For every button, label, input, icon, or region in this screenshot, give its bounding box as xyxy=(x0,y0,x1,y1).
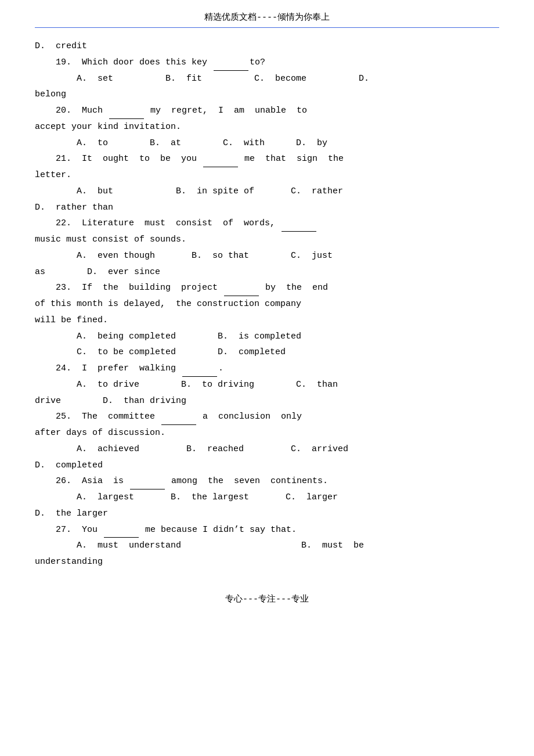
page-footer: 专心---专注---专业 xyxy=(35,593,499,604)
option-27-cont: understanding xyxy=(35,554,499,570)
question-24: 24. I prefer walking . xyxy=(35,361,499,377)
page-header: 精选优质文档----倾情为你奉上 xyxy=(35,12,499,28)
option-25-cont: after days of discussion. xyxy=(35,425,499,441)
options-21: A. but B. in spite of C. rather xyxy=(35,183,499,200)
options-23-ab: A. being completed B. is completed xyxy=(35,329,499,345)
option-24-d: drive D. than driving xyxy=(35,393,499,409)
option-20-cont: accept your kind invitation. xyxy=(35,119,499,135)
option-22-d: as D. ever since xyxy=(35,264,499,280)
question-27: 27. You me because I didn’t say that. xyxy=(35,522,499,538)
blank-25 xyxy=(161,424,196,425)
options-27-ab: A. must understand B. must be xyxy=(35,538,499,554)
footer-text: 专心---专注---专业 xyxy=(225,595,309,604)
option-23-cont2: will be fined. xyxy=(35,312,499,329)
main-content: D. credit 19. Which door does this key t… xyxy=(35,38,499,570)
question-25: 25. The committee a conclusion only xyxy=(35,409,499,425)
header-title: 精选优质文档----倾情为你奉上 xyxy=(35,12,499,28)
option-21-cont: letter. xyxy=(35,167,499,183)
option-23-cont1: of this month is delayed, the constructi… xyxy=(35,296,499,312)
question-22: 22. Literature must consist of words, xyxy=(35,215,499,232)
options-22: A. even though B. so that C. just xyxy=(35,248,499,264)
option-25-d: D. completed xyxy=(35,458,499,474)
question-23: 23. If the building project by the end xyxy=(35,280,499,296)
item-d-credit: D. credit xyxy=(35,38,499,55)
option-21-d: D. rather than xyxy=(35,200,499,216)
options-26: A. largest B. the largest C. larger xyxy=(35,489,499,506)
question-21: 21. It ought to be you me that sign the xyxy=(35,151,499,167)
options-20: A. to B. at C. with D. by xyxy=(35,135,499,152)
blank-22 xyxy=(282,231,316,232)
option-26-d: D. the larger xyxy=(35,506,499,522)
options-19: A. set B. fit C. become D. xyxy=(35,71,499,87)
question-19: 19. Which door does this key to? xyxy=(35,55,499,71)
option-22-cont: music must consist of sounds. xyxy=(35,232,499,248)
options-25: A. achieved B. reached C. arrived xyxy=(35,441,499,458)
options-23-cd: C. to be completed D. completed xyxy=(35,344,499,361)
question-20: 20. Much my regret, I am unable to xyxy=(35,103,499,119)
question-26: 26. Asia is among the seven continents. xyxy=(35,473,499,489)
blank-21 xyxy=(203,167,238,167)
options-24: A. to drive B. to driving C. than xyxy=(35,377,499,393)
option-19-d: belong xyxy=(35,87,499,103)
